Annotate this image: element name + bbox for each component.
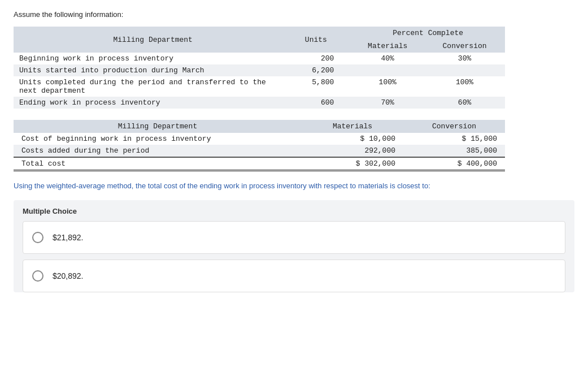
table-row: Cost of beginning work in process invent… — [14, 133, 505, 145]
table1-dept-header: Milling Department — [14, 27, 292, 53]
row1-label: Beginning work in process inventory — [14, 53, 292, 64]
choice-item-1[interactable]: $21,892. — [23, 221, 565, 254]
choice-item-2[interactable]: $20,892. — [23, 260, 565, 292]
row2-materials — [351, 64, 424, 76]
table-row: Units started into production during Mar… — [14, 64, 505, 76]
row2-units: 6,200 — [292, 64, 351, 76]
table1-materials-header: Materials — [351, 40, 424, 53]
row1-conversion: 30% — [424, 53, 505, 64]
radio-button-1[interactable] — [32, 232, 43, 243]
table-row: Costs added during the period 292,000 38… — [14, 145, 505, 157]
row3-label: Units completed during the period and tr… — [14, 76, 292, 97]
table2: Milling Department Materials Conversion … — [14, 120, 505, 171]
choice-text-1: $21,892. — [53, 233, 84, 242]
table-row-total: Total cost $ 302,000 $ 400,000 — [14, 157, 505, 171]
row4-conversion: 60% — [424, 97, 505, 109]
row4-label: Ending work in process inventory — [14, 97, 292, 109]
table2-dept-header: Milling Department — [14, 120, 302, 133]
row1-units: 200 — [292, 53, 351, 64]
table-row: Beginning work in process inventory 200 … — [14, 53, 505, 64]
t2-total-conversion: $ 400,000 — [403, 157, 505, 171]
table2-wrapper: Milling Department Materials Conversion … — [14, 120, 574, 171]
table1-units-header: Units — [292, 27, 351, 53]
multiple-choice-section: Multiple Choice $21,892. $20,892. — [14, 200, 574, 292]
row3-units: 5,800 — [292, 76, 351, 97]
t2-row2-materials: 292,000 — [302, 145, 403, 157]
table1: Milling Department Units Percent Complet… — [14, 27, 505, 109]
table2-materials-header: Materials — [302, 120, 403, 133]
row2-conversion — [424, 64, 505, 76]
table1-wrapper: Milling Department Units Percent Complet… — [14, 27, 574, 109]
table1-percent-complete-header: Percent Complete — [351, 27, 505, 40]
table2-conversion-header: Conversion — [403, 120, 505, 133]
row3-conversion: 100% — [424, 76, 505, 97]
t2-row2-label: Costs added during the period — [14, 145, 302, 157]
table-row: Units completed during the period and tr… — [14, 76, 505, 97]
t2-row1-materials: $ 10,000 — [302, 133, 403, 145]
t2-total-label: Total cost — [14, 157, 302, 171]
table-row: Ending work in process inventory 600 70%… — [14, 97, 505, 109]
question-text: Using the weighted-average method, the t… — [14, 181, 574, 190]
row4-units: 600 — [292, 97, 351, 109]
row1-materials: 40% — [351, 53, 424, 64]
choice-text-2: $20,892. — [53, 271, 84, 280]
intro-text: Assume the following information: — [14, 10, 574, 19]
t2-total-materials: $ 302,000 — [302, 157, 403, 171]
radio-button-2[interactable] — [32, 270, 43, 282]
row4-materials: 70% — [351, 97, 424, 109]
mc-label: Multiple Choice — [23, 207, 565, 215]
t2-row1-label: Cost of beginning work in process invent… — [14, 133, 302, 145]
t2-row2-conversion: 385,000 — [403, 145, 505, 157]
table1-conversion-header: Conversion — [424, 40, 505, 53]
row2-label: Units started into production during Mar… — [14, 64, 292, 76]
t2-row1-conversion: $ 15,000 — [403, 133, 505, 145]
row3-materials: 100% — [351, 76, 424, 97]
